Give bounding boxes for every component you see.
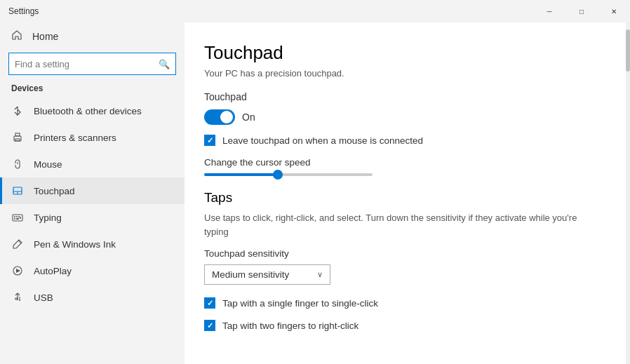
pen-icon <box>11 238 24 250</box>
two-finger-tap-label: Tap with two fingers to right-click <box>222 321 358 331</box>
cursor-speed-slider-track <box>204 173 373 176</box>
sidebar-item-touchpad-label: Touchpad <box>34 186 75 196</box>
typing-icon <box>11 211 24 224</box>
mouse-icon <box>11 158 24 170</box>
printer-icon <box>11 131 24 144</box>
cursor-speed-section: Change the cursor speed <box>204 157 603 176</box>
touchpad-icon <box>11 184 24 197</box>
touchpad-toggle-row: On <box>204 109 603 125</box>
dropdown-arrow-icon: ∨ <box>317 270 323 279</box>
home-icon <box>11 29 22 43</box>
content-area: Touchpad Your PC has a precision touchpa… <box>185 22 626 364</box>
bluetooth-icon <box>11 105 24 117</box>
sidebar-item-printers[interactable]: Printers & scanners <box>0 124 185 151</box>
leave-on-checkbox[interactable]: ✓ <box>204 135 215 146</box>
svg-rect-2 <box>15 139 20 141</box>
sidebar-item-pen-label: Pen & Windows Ink <box>34 239 116 250</box>
autoplay-icon <box>11 264 24 277</box>
title-bar-controls: ─ □ ✕ <box>533 0 630 22</box>
sidebar-item-mouse-label: Mouse <box>34 159 62 170</box>
two-finger-tap-row: ✓ Tap with two fingers to right-click <box>204 320 603 331</box>
single-tap-checkbox[interactable]: ✓ <box>204 297 215 309</box>
checkbox-checkmark: ✓ <box>207 136 213 145</box>
app-body: Home 🔍 Devices Bluetooth & other devices <box>0 22 630 364</box>
touchpad-section-label: Touchpad <box>204 91 603 102</box>
leave-on-row: ✓ Leave touchpad on when a mouse is conn… <box>204 135 603 146</box>
toggle-state-label: On <box>242 112 255 123</box>
sidebar-item-bluetooth[interactable]: Bluetooth & other devices <box>0 97 185 124</box>
title-bar-left: Settings <box>8 6 39 16</box>
slider-fill <box>204 173 278 176</box>
sensitivity-value: Medium sensitivity <box>212 269 289 280</box>
minimize-button[interactable]: ─ <box>533 0 565 22</box>
toggle-knob <box>220 111 233 123</box>
two-finger-tap-checkbox[interactable]: ✓ <box>204 320 215 331</box>
sidebar-home-label: Home <box>32 31 58 42</box>
sidebar-item-home[interactable]: Home <box>0 22 185 50</box>
single-tap-label: Tap with a single finger to single-click <box>222 298 378 309</box>
sidebar-item-typing-label: Typing <box>34 213 62 223</box>
cursor-speed-label: Change the cursor speed <box>204 157 603 168</box>
sidebar-section-label: Devices <box>0 81 185 97</box>
title-bar-title: Settings <box>8 6 39 16</box>
title-bar: Settings ─ □ ✕ <box>0 0 630 22</box>
sidebar-item-touchpad[interactable]: Touchpad <box>0 177 185 204</box>
taps-description: Use taps to click, right-click, and sele… <box>204 211 603 238</box>
sensitivity-label: Touchpad sensitivity <box>204 248 603 259</box>
sidebar-item-mouse[interactable]: Mouse <box>0 151 185 177</box>
page-title: Touchpad <box>204 42 603 64</box>
svg-marker-16 <box>16 269 20 273</box>
sidebar-item-pen[interactable]: Pen & Windows Ink <box>0 231 185 257</box>
touchpad-toggle[interactable] <box>204 109 235 125</box>
scrollbar-track <box>626 22 630 364</box>
cursor-speed-slider-thumb[interactable] <box>273 170 283 180</box>
single-tap-row: ✓ Tap with a single finger to single-cli… <box>204 297 603 309</box>
svg-rect-18 <box>15 298 18 299</box>
page-subtitle: Your PC has a precision touchpad. <box>204 68 603 79</box>
sidebar-item-usb-label: USB <box>34 292 53 303</box>
sidebar-item-autoplay-label: AutoPlay <box>34 266 72 276</box>
sidebar-item-printers-label: Printers & scanners <box>34 133 116 143</box>
svg-rect-7 <box>13 215 22 221</box>
sidebar-item-typing[interactable]: Typing <box>0 204 185 231</box>
sidebar-item-bluetooth-label: Bluetooth & other devices <box>34 106 142 116</box>
scrollbar-thumb[interactable] <box>626 29 630 72</box>
sidebar-item-autoplay[interactable]: AutoPlay <box>0 257 185 284</box>
sidebar: Home 🔍 Devices Bluetooth & other devices <box>0 22 185 364</box>
search-box[interactable]: 🔍 <box>8 53 176 75</box>
single-tap-checkmark: ✓ <box>207 299 213 308</box>
usb-icon <box>11 291 24 304</box>
sensitivity-dropdown[interactable]: Medium sensitivity ∨ <box>204 264 330 285</box>
svg-rect-1 <box>15 133 20 136</box>
svg-point-20 <box>19 299 20 301</box>
taps-section-title: Taps <box>204 190 603 205</box>
maximize-button[interactable]: □ <box>565 0 598 22</box>
close-button[interactable]: ✕ <box>598 0 630 22</box>
two-finger-checkmark: ✓ <box>207 321 213 330</box>
sidebar-item-usb[interactable]: USB <box>0 284 185 311</box>
search-icon: 🔍 <box>159 59 170 69</box>
leave-on-label: Leave touchpad on when a mouse is connec… <box>222 135 423 146</box>
search-input[interactable] <box>15 59 159 69</box>
